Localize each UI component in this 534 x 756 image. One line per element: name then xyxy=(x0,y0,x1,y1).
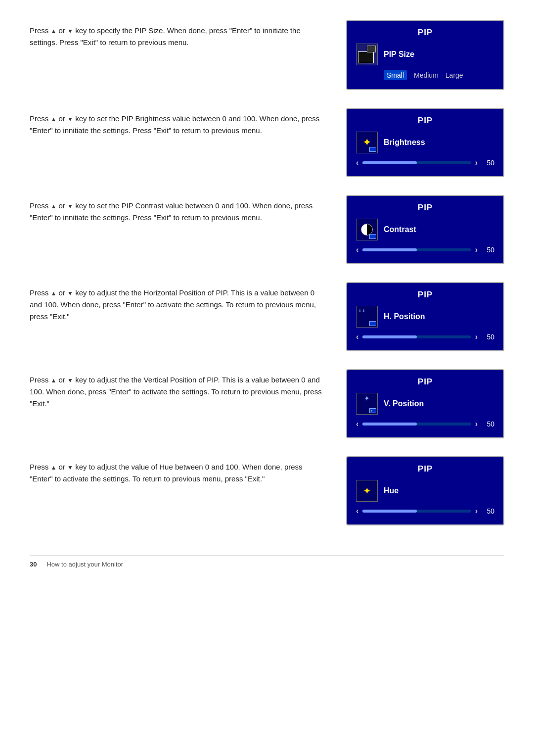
slider-left-v-position: ‹ xyxy=(356,420,358,428)
slider-left-brightness: ‹ xyxy=(356,158,358,167)
osd-title-1: PIP xyxy=(356,28,494,38)
arrow-up-5: ▲ xyxy=(51,376,57,385)
osd-label-v-position: V. Position xyxy=(384,399,424,408)
arrow-down-3: ▼ xyxy=(67,202,73,211)
text-press-3: Press xyxy=(30,201,51,210)
row-contrast: Press ▲ or ▼ key to set the PIP Contrast… xyxy=(30,195,504,264)
page-footer: 30 How to adjust your Monitor xyxy=(30,555,504,568)
pip-overlay-brightness xyxy=(369,147,376,152)
arrow-up-1: ▲ xyxy=(51,27,57,36)
arrow-down-2: ▼ xyxy=(67,115,73,124)
osd-title-2: PIP xyxy=(356,116,494,126)
osd-panel-v-position: PIP ✦ + V. Position ‹ › 50 xyxy=(346,369,504,438)
star-hue-icon: ✦ xyxy=(363,485,371,497)
osd-icon-hue: ✦ xyxy=(356,480,378,502)
osd-label-h-position: H. Position xyxy=(384,312,425,321)
osd-panel-hue: PIP ✦ Hue ‹ › 50 xyxy=(346,456,504,525)
osd-title-6: PIP xyxy=(356,464,494,474)
arrow-up-4: ▲ xyxy=(51,289,57,298)
slider-track-h-position xyxy=(362,335,471,338)
slider-left-hue: ‹ xyxy=(356,507,358,516)
slider-fill-brightness xyxy=(362,161,417,164)
osd-row-top-5: ✦ + V. Position xyxy=(356,393,494,415)
text-press-5: Press xyxy=(30,376,51,384)
text-hue: Press ▲ or ▼ key to adjust the value of … xyxy=(30,456,326,485)
page-number: 30 xyxy=(30,561,37,568)
osd-size-row: Small Medium Large xyxy=(356,70,494,80)
arrow-up-3: ▲ xyxy=(51,202,57,211)
text-or-5: or xyxy=(56,376,67,384)
text-press-6: Press xyxy=(30,463,51,471)
slider-value-hue: 50 xyxy=(482,507,494,515)
osd-icon-h-position: + + xyxy=(356,306,378,328)
osd-contrast: PIP Contrast ‹ › 50 xyxy=(346,195,504,264)
osd-label-brightness: Brightness xyxy=(384,138,425,147)
osd-icon-pip-size xyxy=(356,44,378,65)
osd-panel-brightness: PIP ✦ Brightness ‹ › 50 xyxy=(346,108,504,177)
row-h-position: Press ▲ or ▼ key to adjust the the Horiz… xyxy=(30,282,504,351)
osd-panel-contrast: PIP Contrast ‹ › 50 xyxy=(346,195,504,264)
arrow-down-6: ▼ xyxy=(67,463,73,472)
slider-track-v-position xyxy=(362,423,471,425)
slider-right-brightness: › xyxy=(475,158,478,167)
osd-row-top-2: ✦ Brightness xyxy=(356,132,494,153)
osd-panel-pip-size: PIP PIP Size Small Medium Large xyxy=(346,20,504,90)
osd-title-5: PIP xyxy=(356,377,494,387)
slider-value-h-position: 50 xyxy=(482,333,494,341)
slider-value-contrast: 50 xyxy=(482,246,494,254)
slider-fill-contrast xyxy=(362,248,417,251)
osd-label-hue: Hue xyxy=(384,486,399,495)
slider-right-h-position: › xyxy=(475,332,478,341)
arrow-down-1: ▼ xyxy=(67,27,73,36)
osd-title-4: PIP xyxy=(356,290,494,300)
slider-fill-hue xyxy=(362,510,417,513)
slider-fill-v-position xyxy=(362,423,417,425)
osd-slider-brightness: ‹ › 50 xyxy=(356,158,494,167)
osd-label-contrast: Contrast xyxy=(384,225,416,234)
osd-panel-h-position: PIP + + H. Position ‹ xyxy=(346,282,504,351)
text-v-position: Press ▲ or ▼ key to adjust the the Verti… xyxy=(30,369,326,410)
osd-brightness: PIP ✦ Brightness ‹ › 50 xyxy=(346,108,504,177)
slider-left-h-position: ‹ xyxy=(356,332,358,341)
size-large: Large xyxy=(445,71,463,79)
text-or-2: or xyxy=(56,114,67,123)
slider-value-brightness: 50 xyxy=(482,159,494,167)
osd-row-top-4: + + H. Position xyxy=(356,306,494,328)
text-or-6: or xyxy=(56,463,67,471)
osd-v-position: PIP ✦ + V. Position ‹ › 50 xyxy=(346,369,504,438)
slider-left-contrast: ‹ xyxy=(356,245,358,254)
osd-label-pip-size: PIP Size xyxy=(384,50,414,59)
osd-pip-size: PIP PIP Size Small Medium Large xyxy=(346,20,504,90)
slider-right-v-position: › xyxy=(475,420,478,428)
osd-hue: PIP ✦ Hue ‹ › 50 xyxy=(346,456,504,525)
slider-fill-h-position xyxy=(362,335,417,338)
slider-track-contrast xyxy=(362,248,471,251)
text-pip-size: Press ▲ or ▼ key to specify the PIP Size… xyxy=(30,20,326,48)
osd-icon-brightness: ✦ xyxy=(356,132,378,153)
osd-row-top-3: Contrast xyxy=(356,219,494,240)
arrow-down-4: ▼ xyxy=(67,289,73,298)
footer-text: How to adjust your Monitor xyxy=(46,561,123,568)
text-or-4: or xyxy=(56,288,67,297)
arrow-up-6: ▲ xyxy=(51,463,57,472)
text-or-3: or xyxy=(56,201,67,210)
osd-slider-contrast: ‹ › 50 xyxy=(356,245,494,254)
text-press-4: Press xyxy=(30,288,51,297)
size-small: Small xyxy=(384,70,407,80)
text-or-1: or xyxy=(56,26,67,35)
slider-value-v-position: 50 xyxy=(482,420,494,428)
osd-row-top-6: ✦ Hue xyxy=(356,480,494,502)
osd-title-3: PIP xyxy=(356,203,494,213)
osd-slider-v-position: ‹ › 50 xyxy=(356,420,494,428)
osd-slider-hue: ‹ › 50 xyxy=(356,507,494,516)
osd-row-top-1: PIP Size xyxy=(356,44,494,65)
row-v-position: Press ▲ or ▼ key to adjust the the Verti… xyxy=(30,369,504,438)
size-medium: Medium xyxy=(414,71,439,79)
osd-icon-contrast xyxy=(356,219,378,240)
row-pip-size: Press ▲ or ▼ key to specify the PIP Size… xyxy=(30,20,504,90)
row-hue: Press ▲ or ▼ key to adjust the value of … xyxy=(30,456,504,525)
arrow-down-5: ▼ xyxy=(67,376,73,385)
osd-icon-v-position: ✦ + xyxy=(356,393,378,415)
text-press-2: Press xyxy=(30,114,51,123)
osd-slider-h-position: ‹ › 50 xyxy=(356,332,494,341)
